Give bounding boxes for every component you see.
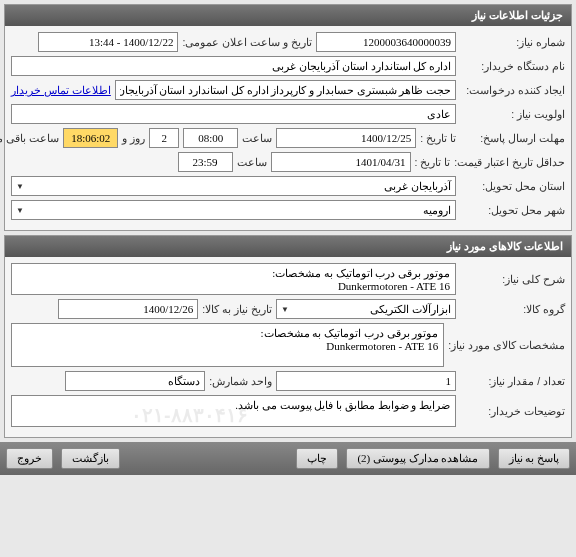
until-date-label-2: تا تاریخ : (415, 156, 451, 168)
goods-group-select[interactable]: ابزارآلات الکتریکی ▼ (276, 299, 456, 319)
chevron-down-icon: ▼ (16, 206, 24, 215)
days-input[interactable] (149, 128, 179, 148)
unit-label: واحد شمارش: (209, 375, 272, 387)
reply-deadline-label: مهلت ارسال پاسخ: (460, 132, 565, 144)
unit-input[interactable] (65, 371, 205, 391)
remaining-label: ساعت باقی مانده (0, 132, 59, 144)
remaining-time-input (63, 128, 118, 148)
buyer-contact-link[interactable]: اطلاعات تماس خریدار (11, 84, 111, 96)
price-date-input[interactable] (271, 152, 411, 172)
creator-input[interactable] (115, 80, 456, 100)
goods-group-label: گروه کالا: (460, 303, 565, 315)
days-and-label: روز و (122, 132, 145, 144)
goods-info-body: شرح کلی نیاز: گروه کالا: ابزارآلات الکتر… (5, 257, 571, 437)
delivery-city-value: ارومیه (423, 204, 451, 217)
delivery-province-label: استان محل تحویل: (460, 180, 565, 192)
goods-spec-label: مشخصات کالای مورد نیاز: (448, 339, 565, 351)
announce-datetime-label: تاریخ و ساعت اعلان عمومی: (182, 36, 312, 48)
need-number-label: شماره نیاز: (460, 36, 565, 48)
exit-button[interactable]: خروج (6, 448, 53, 469)
need-info-header: جزئیات اطلاعات نیاز (5, 5, 571, 26)
buyer-note-label: توضیحات خریدار: (460, 405, 565, 417)
need-number-input[interactable] (316, 32, 456, 52)
goods-info-panel: اطلاعات کالاهای مورد نیاز شرح کلی نیاز: … (4, 235, 572, 438)
time-label-1: ساعت (242, 132, 272, 144)
back-button[interactable]: بازگشت (61, 448, 120, 469)
creator-label: ایجاد کننده درخواست: (460, 84, 565, 96)
footer-toolbar: پاسخ به نیاز مشاهده مدارک پیوستی (2) چاپ… (0, 442, 576, 475)
goods-need-date-label: تاریخ نیاز به کالا: (202, 303, 272, 315)
qty-input[interactable] (276, 371, 456, 391)
need-info-body: شماره نیاز: تاریخ و ساعت اعلان عمومی: نا… (5, 26, 571, 230)
reply-time-input[interactable] (183, 128, 238, 148)
announce-datetime-input[interactable] (38, 32, 178, 52)
qty-label: تعداد / مقدار نیاز: (460, 375, 565, 387)
need-info-panel: جزئیات اطلاعات نیاز شماره نیاز: تاریخ و … (4, 4, 572, 231)
price-validity-label: حداقل تاریخ اعتبار قیمت: (454, 156, 565, 168)
goods-need-date-input[interactable] (58, 299, 198, 319)
buyer-org-input[interactable] (11, 56, 456, 76)
print-button[interactable]: چاپ (296, 448, 338, 469)
reply-date-input[interactable] (276, 128, 416, 148)
goods-info-header: اطلاعات کالاهای مورد نیاز (5, 236, 571, 257)
delivery-city-label: شهر محل تحویل: (460, 204, 565, 216)
delivery-province-select[interactable]: آذربایجان غربی ▼ (11, 176, 456, 196)
goods-spec-textarea[interactable] (11, 323, 444, 367)
priority-label: اولویت نیاز : (460, 108, 565, 120)
reply-button[interactable]: پاسخ به نیاز (498, 448, 571, 469)
buyer-note-textarea[interactable] (11, 395, 456, 427)
until-date-label-1: تا تاریخ : (420, 132, 456, 144)
delivery-city-select[interactable]: ارومیه ▼ (11, 200, 456, 220)
goods-group-value: ابزارآلات الکتریکی (370, 303, 451, 316)
attachments-button[interactable]: مشاهده مدارک پیوستی (2) (346, 448, 489, 469)
time-label-2: ساعت (237, 156, 267, 168)
delivery-province-value: آذربایجان غربی (384, 180, 451, 193)
price-time-input[interactable] (178, 152, 233, 172)
general-desc-label: شرح کلی نیاز: (460, 273, 565, 285)
chevron-down-icon: ▼ (281, 305, 289, 314)
buyer-org-label: نام دستگاه خریدار: (460, 60, 565, 72)
general-desc-textarea[interactable] (11, 263, 456, 295)
chevron-down-icon: ▼ (16, 182, 24, 191)
priority-input[interactable] (11, 104, 456, 124)
